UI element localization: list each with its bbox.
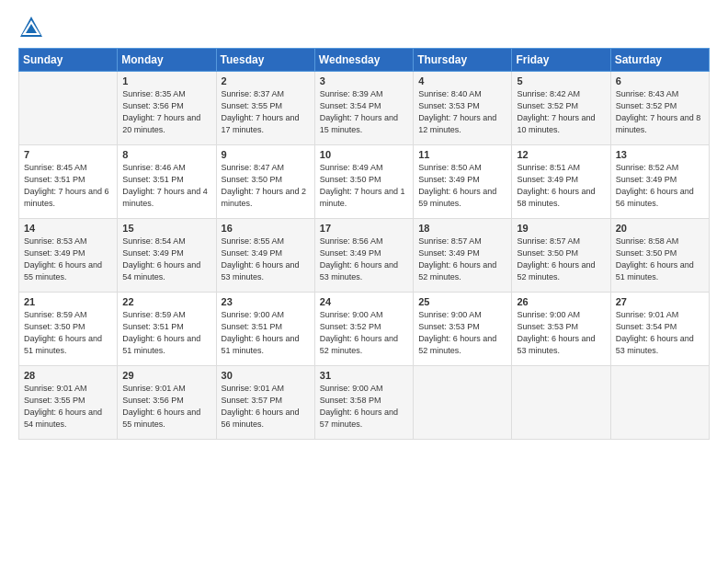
day-number: 4 — [418, 75, 506, 86]
day-number: 9 — [222, 149, 310, 160]
day-number: 5 — [517, 75, 605, 86]
day-number: 21 — [24, 296, 112, 307]
calendar-cell: 17Sunrise: 8:56 AM Sunset: 3:49 PM Dayli… — [314, 219, 413, 293]
cell-info: Sunrise: 8:58 AM Sunset: 3:50 PM Dayligh… — [616, 236, 704, 283]
cell-info: Sunrise: 9:01 AM Sunset: 3:57 PM Dayligh… — [222, 383, 310, 431]
cell-info: Sunrise: 8:47 AM Sunset: 3:50 PM Dayligh… — [222, 162, 310, 210]
day-number: 29 — [122, 370, 210, 381]
day-number: 2 — [222, 75, 310, 86]
header-day: Friday — [512, 49, 610, 72]
day-number: 3 — [320, 75, 408, 86]
cell-info: Sunrise: 8:57 AM Sunset: 3:50 PM Dayligh… — [517, 236, 605, 283]
cell-info: Sunrise: 9:01 AM Sunset: 3:55 PM Dayligh… — [24, 383, 112, 431]
cell-info: Sunrise: 8:40 AM Sunset: 3:53 PM Dayligh… — [418, 88, 506, 136]
day-number: 18 — [418, 223, 506, 234]
header-day: Monday — [118, 49, 216, 72]
calendar-table: SundayMondayTuesdayWednesdayThursdayFrid… — [18, 48, 710, 440]
calendar-cell: 29Sunrise: 9:01 AM Sunset: 3:56 PM Dayli… — [118, 366, 216, 440]
calendar-cell: 14Sunrise: 8:53 AM Sunset: 3:49 PM Dayli… — [19, 219, 118, 293]
calendar-cell: 4Sunrise: 8:40 AM Sunset: 3:53 PM Daylig… — [414, 72, 512, 145]
calendar-row: 14Sunrise: 8:53 AM Sunset: 3:49 PM Dayli… — [19, 219, 710, 293]
calendar-cell: 25Sunrise: 9:00 AM Sunset: 3:53 PM Dayli… — [414, 293, 512, 366]
calendar-cell: 18Sunrise: 8:57 AM Sunset: 3:49 PM Dayli… — [414, 219, 512, 293]
calendar-cell: 3Sunrise: 8:39 AM Sunset: 3:54 PM Daylig… — [314, 72, 413, 145]
calendar-cell: 27Sunrise: 9:01 AM Sunset: 3:54 PM Dayli… — [610, 293, 709, 366]
cell-info: Sunrise: 8:49 AM Sunset: 3:50 PM Dayligh… — [320, 162, 408, 210]
calendar-cell: 19Sunrise: 8:57 AM Sunset: 3:50 PM Dayli… — [512, 219, 610, 293]
header-day: Wednesday — [314, 49, 413, 72]
calendar-cell: 26Sunrise: 9:00 AM Sunset: 3:53 PM Dayli… — [512, 293, 610, 366]
header-day: Tuesday — [216, 49, 314, 72]
cell-info: Sunrise: 8:43 AM Sunset: 3:52 PM Dayligh… — [616, 88, 704, 136]
day-number: 17 — [320, 223, 408, 234]
calendar-cell: 15Sunrise: 8:54 AM Sunset: 3:49 PM Dayli… — [118, 219, 216, 293]
day-number: 19 — [517, 223, 605, 234]
calendar-row: 21Sunrise: 8:59 AM Sunset: 3:50 PM Dayli… — [19, 293, 710, 366]
cell-info: Sunrise: 8:50 AM Sunset: 3:49 PM Dayligh… — [418, 162, 506, 210]
header — [18, 15, 710, 40]
day-number: 11 — [418, 149, 506, 160]
day-number: 16 — [222, 223, 310, 234]
day-number: 1 — [122, 75, 210, 86]
calendar-cell: 8Sunrise: 8:46 AM Sunset: 3:51 PM Daylig… — [118, 145, 216, 219]
day-number: 31 — [320, 370, 408, 381]
cell-info: Sunrise: 8:35 AM Sunset: 3:56 PM Dayligh… — [122, 88, 210, 136]
cell-info: Sunrise: 8:42 AM Sunset: 3:52 PM Dayligh… — [517, 88, 605, 136]
day-number: 25 — [418, 296, 506, 307]
day-number: 10 — [320, 149, 408, 160]
calendar-cell: 22Sunrise: 8:59 AM Sunset: 3:51 PM Dayli… — [118, 293, 216, 366]
cell-info: Sunrise: 8:59 AM Sunset: 3:51 PM Dayligh… — [122, 309, 210, 357]
cell-info: Sunrise: 9:00 AM Sunset: 3:53 PM Dayligh… — [517, 309, 605, 357]
calendar-cell: 16Sunrise: 8:55 AM Sunset: 3:49 PM Dayli… — [216, 219, 314, 293]
calendar-cell: 6Sunrise: 8:43 AM Sunset: 3:52 PM Daylig… — [610, 72, 709, 145]
day-number: 15 — [122, 223, 210, 234]
logo — [18, 15, 48, 40]
calendar-cell: 31Sunrise: 9:00 AM Sunset: 3:58 PM Dayli… — [314, 366, 413, 440]
day-number: 23 — [222, 296, 310, 307]
calendar-cell — [414, 366, 512, 440]
cell-info: Sunrise: 9:00 AM Sunset: 3:53 PM Dayligh… — [418, 309, 506, 357]
calendar-cell: 7Sunrise: 8:45 AM Sunset: 3:51 PM Daylig… — [19, 145, 118, 219]
cell-info: Sunrise: 9:01 AM Sunset: 3:56 PM Dayligh… — [122, 383, 210, 431]
calendar-cell — [512, 366, 610, 440]
header-day: Saturday — [610, 49, 709, 72]
cell-info: Sunrise: 8:55 AM Sunset: 3:49 PM Dayligh… — [222, 236, 310, 283]
day-number: 20 — [616, 223, 704, 234]
cell-info: Sunrise: 8:51 AM Sunset: 3:49 PM Dayligh… — [517, 162, 605, 210]
day-number: 14 — [24, 223, 112, 234]
day-number: 28 — [24, 370, 112, 381]
calendar-cell: 2Sunrise: 8:37 AM Sunset: 3:55 PM Daylig… — [216, 72, 314, 145]
day-number: 8 — [122, 149, 210, 160]
cell-info: Sunrise: 8:52 AM Sunset: 3:49 PM Dayligh… — [616, 162, 704, 210]
day-number: 24 — [320, 296, 408, 307]
page: SundayMondayTuesdayWednesdayThursdayFrid… — [0, 0, 728, 563]
calendar-cell: 9Sunrise: 8:47 AM Sunset: 3:50 PM Daylig… — [216, 145, 314, 219]
cell-info: Sunrise: 8:46 AM Sunset: 3:51 PM Dayligh… — [122, 162, 210, 210]
calendar-cell: 5Sunrise: 8:42 AM Sunset: 3:52 PM Daylig… — [512, 72, 610, 145]
calendar-cell: 30Sunrise: 9:01 AM Sunset: 3:57 PM Dayli… — [216, 366, 314, 440]
cell-info: Sunrise: 8:59 AM Sunset: 3:50 PM Dayligh… — [24, 309, 112, 357]
cell-info: Sunrise: 8:57 AM Sunset: 3:49 PM Dayligh… — [418, 236, 506, 283]
header-day: Sunday — [19, 49, 118, 72]
calendar-cell: 20Sunrise: 8:58 AM Sunset: 3:50 PM Dayli… — [610, 219, 709, 293]
calendar-row: 7Sunrise: 8:45 AM Sunset: 3:51 PM Daylig… — [19, 145, 710, 219]
cell-info: Sunrise: 9:00 AM Sunset: 3:52 PM Dayligh… — [320, 309, 408, 357]
day-number: 22 — [122, 296, 210, 307]
calendar-cell: 21Sunrise: 8:59 AM Sunset: 3:50 PM Dayli… — [19, 293, 118, 366]
day-number: 7 — [24, 149, 112, 160]
calendar-cell: 10Sunrise: 8:49 AM Sunset: 3:50 PM Dayli… — [314, 145, 413, 219]
header-day: Thursday — [414, 49, 512, 72]
day-number: 27 — [616, 296, 704, 307]
calendar-cell: 13Sunrise: 8:52 AM Sunset: 3:49 PM Dayli… — [610, 145, 709, 219]
calendar-row: 1Sunrise: 8:35 AM Sunset: 3:56 PM Daylig… — [19, 72, 710, 145]
day-number: 30 — [222, 370, 310, 381]
calendar-row: 28Sunrise: 9:01 AM Sunset: 3:55 PM Dayli… — [19, 366, 710, 440]
calendar-cell: 23Sunrise: 9:00 AM Sunset: 3:51 PM Dayli… — [216, 293, 314, 366]
calendar-cell — [610, 366, 709, 440]
logo-icon — [18, 15, 44, 40]
cell-info: Sunrise: 8:45 AM Sunset: 3:51 PM Dayligh… — [24, 162, 112, 210]
cell-info: Sunrise: 9:01 AM Sunset: 3:54 PM Dayligh… — [616, 309, 704, 357]
calendar-cell: 1Sunrise: 8:35 AM Sunset: 3:56 PM Daylig… — [118, 72, 216, 145]
day-number: 13 — [616, 149, 704, 160]
day-number: 12 — [517, 149, 605, 160]
